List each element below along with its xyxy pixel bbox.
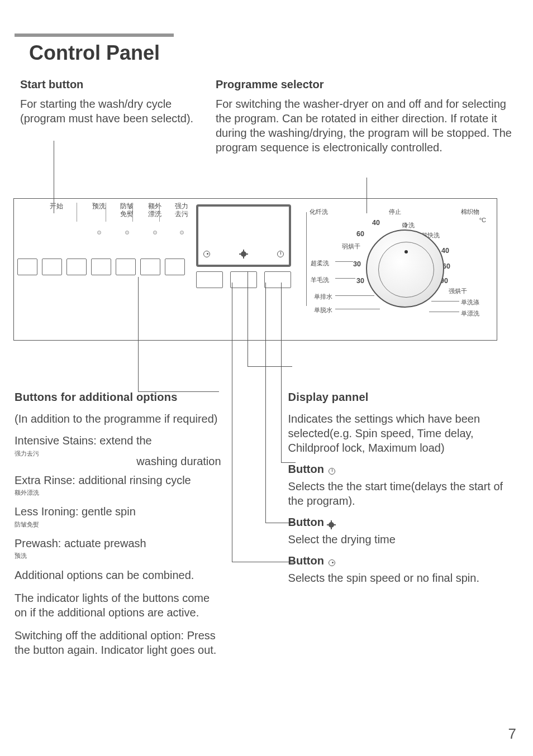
button-spin-text: Selects the spin speed or no final spin.: [288, 571, 516, 585]
option-rinse: Extra Rinse: additional rinsing cycle: [15, 473, 221, 488]
dial-label: 羊毛洗: [311, 276, 329, 284]
dial-off-marker: [402, 223, 407, 227]
right-callouts: Display pannel Indicates the settings wh…: [288, 391, 516, 665]
dial-unit: °C: [479, 217, 486, 223]
option-prewash: Prewash: actuate prewash: [15, 537, 221, 551]
options-combine: Additional options can be combined.: [15, 568, 221, 582]
physical-button: [116, 259, 136, 275]
indicator-led: [125, 231, 129, 235]
indicator-led: [153, 231, 157, 235]
btn-label: 防皱: [120, 203, 134, 210]
dial-tick: 30: [356, 277, 364, 285]
physical-button: [140, 259, 160, 275]
dial-label: 超柔洗: [311, 259, 329, 267]
btn-label: 开始: [50, 203, 63, 210]
btn-label: 强力: [175, 203, 188, 210]
start-section: Start button For starting the wash/dry c…: [20, 78, 199, 165]
option-intensive-cont: washing duration: [15, 454, 221, 469]
start-heading: Start button: [20, 78, 199, 91]
physical-button: [230, 271, 257, 288]
button-label: Button: [288, 463, 324, 476]
dial-label: 单漂洗: [461, 309, 479, 318]
callouts: Buttons for additional options (In addit…: [15, 391, 516, 665]
page-number: 7: [508, 725, 516, 743]
btn-col-3: 额外 漂洗: [141, 203, 168, 235]
btn-col-2: 防皱 免熨: [113, 203, 140, 235]
indicator-led: [180, 231, 184, 235]
selector-text: For switching the washer-dryer on and of…: [216, 97, 516, 155]
page: Control Panel Start button For starting …: [0, 0, 533, 756]
button-clock-text: Selects the the start time(delays the st…: [288, 479, 516, 508]
separator: [77, 203, 77, 222]
options-heading: Buttons for additional options: [15, 391, 221, 404]
options-off: Switching off the additional option: Pre…: [15, 628, 221, 658]
top-columns: Start button For starting the wash/dry c…: [20, 78, 516, 165]
option-ironing-sub: 防皱免熨: [15, 520, 221, 529]
dial-tick: 60: [356, 230, 364, 238]
btn-label: 免熨: [120, 210, 134, 218]
physical-button: [165, 259, 185, 275]
dial-tick: 40: [372, 219, 380, 227]
options-active: The indicator lights of the buttons come…: [15, 591, 221, 620]
header-rule: [15, 34, 174, 37]
button-spin-heading: Button: [288, 554, 516, 567]
dial-tick: 40: [441, 247, 449, 255]
dial-pointer: [404, 250, 408, 253]
btn-label: 去污: [175, 210, 188, 218]
option-ironing: Less Ironing: gentle spin: [15, 505, 221, 519]
selector-section: Programme selector For switching the was…: [216, 78, 516, 165]
spin-icon: [329, 556, 338, 566]
start-text: For starting the wash/dry cycle (program…: [20, 97, 199, 126]
control-panel-diagram: 开始 预洗 防皱 免熨 额外 漂洗: [13, 198, 497, 341]
btn-col-start: 开始: [43, 203, 70, 224]
dial-label: 单脱水: [314, 306, 332, 314]
dial-label: 强烘干: [449, 287, 467, 295]
dial-label: 弱烘干: [342, 242, 360, 251]
indicator-led: [97, 231, 101, 235]
options-intro: (In addition to the programme if require…: [15, 412, 221, 426]
selector-heading: Programme selector: [216, 78, 516, 91]
display-icons: [196, 250, 291, 258]
dial-label: 化纤洗: [310, 208, 328, 216]
dial-label: 单洗涤: [461, 298, 479, 307]
separator: [106, 203, 106, 222]
btn-label: 预洗: [92, 203, 106, 210]
option-buttons-area: 开始 预洗 防皱 免熨 额外 漂洗: [17, 203, 185, 337]
option-prewash-sub: 预洗: [15, 552, 221, 560]
button-label: Button: [288, 516, 324, 529]
display-buttons-row: [196, 271, 291, 288]
dial-knob: [378, 242, 434, 298]
page-title: Control Panel: [29, 41, 516, 65]
btn-col-1: 预洗: [85, 203, 112, 235]
dial-label: 棉织物: [461, 208, 479, 216]
sun-icon: [329, 518, 338, 527]
dial-tick: 30: [353, 260, 361, 268]
display-heading: Display pannel: [288, 391, 516, 404]
clock-icon: [277, 250, 284, 258]
button-label: Button: [288, 554, 324, 567]
clock-icon: [329, 465, 338, 474]
separator: [159, 203, 160, 222]
option-intensive: Intensive Stains: extend the: [15, 434, 221, 448]
physical-buttons-row: [17, 259, 185, 275]
button-dry-text: Select the drying time: [288, 532, 516, 547]
btn-col-4: 强力 去污: [168, 203, 195, 235]
option-rinse-sub: 额外漂洗: [15, 489, 221, 497]
physical-button: [42, 259, 62, 275]
physical-button: [17, 259, 37, 275]
physical-button: [66, 259, 87, 275]
physical-button: [91, 259, 111, 275]
dial-label: 单排水: [314, 293, 332, 301]
sun-icon: [240, 250, 248, 258]
spin-icon: [203, 250, 211, 258]
button-dry-heading: Button: [288, 516, 516, 529]
program-dial: [366, 229, 444, 308]
physical-button: [196, 271, 223, 288]
display-text: Indicates the settings which have been s…: [288, 412, 516, 455]
separator: [132, 203, 133, 222]
dial-area: 化纤洗 停止 棉织物 °C 40 60 冷洗 超快洗 弱烘干 40 超柔洗 30…: [302, 204, 492, 333]
physical-button: [264, 271, 291, 288]
button-clock-heading: Button: [288, 463, 516, 476]
options-callout: Buttons for additional options (In addit…: [15, 391, 221, 665]
dial-label: 停止: [389, 208, 401, 216]
